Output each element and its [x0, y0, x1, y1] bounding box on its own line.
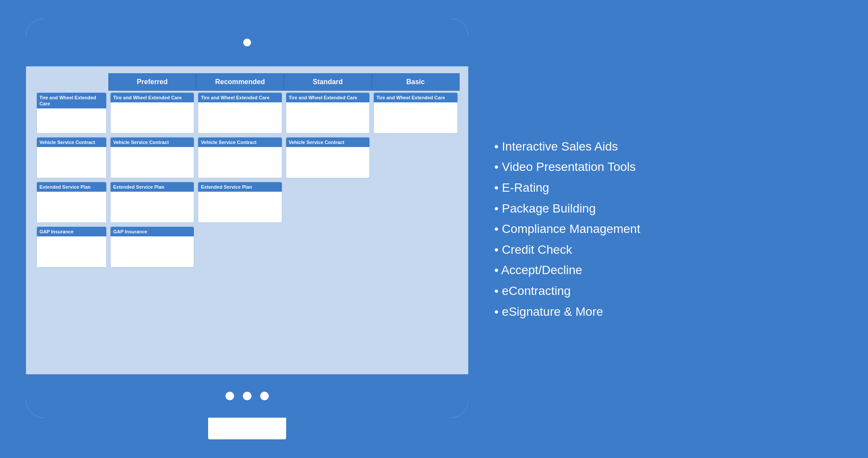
- empty-cell-3-3: [373, 226, 457, 268]
- cell-2-0: Extended Service Plan: [108, 180, 196, 225]
- row-label-text-1: Vehicle Service Contract: [37, 137, 106, 147]
- header-basic: Basic: [372, 74, 459, 91]
- empty-cell-3-2: [286, 226, 370, 268]
- feature-item-2: E-Rating: [494, 177, 842, 198]
- device-stand: [208, 418, 286, 439]
- row-label-3: GAP Insurance: [35, 225, 108, 269]
- header-preferred: Preferred: [108, 74, 196, 91]
- header-standard: Standard: [284, 74, 372, 91]
- row-label-0: Tire and Wheel Extended Care: [35, 91, 108, 136]
- device-top-bar: [26, 19, 468, 66]
- cell-3-2: [284, 225, 372, 269]
- feature-item-4: Compliance Management: [494, 219, 842, 239]
- packages-table: Preferred Recommended Standard Basic Tir…: [35, 73, 460, 269]
- cell-header-1-2: Vehicle Service Contract: [286, 137, 369, 147]
- cell-3-3: [372, 225, 459, 269]
- cell-header-3-0: GAP Insurance: [111, 227, 194, 236]
- device-wrapper: Preferred Recommended Standard Basic Tir…: [26, 19, 468, 439]
- cell-header-0-1: Tire and Wheel Extended Care: [198, 93, 281, 102]
- nav-dot-2: [243, 392, 251, 400]
- table-header-row: Preferred Recommended Standard Basic: [35, 74, 460, 91]
- device-bottom-bar: [26, 374, 468, 418]
- nav-dot-3: [260, 392, 269, 400]
- table-row: Tire and Wheel Extended CareTire and Whe…: [35, 91, 460, 136]
- device-content: Preferred Recommended Standard Basic Tir…: [26, 66, 468, 374]
- table-row: Extended Service PlanExtended Service Pl…: [35, 180, 460, 225]
- table-row: Vehicle Service ContractVehicle Service …: [35, 135, 460, 180]
- tablet-device: Preferred Recommended Standard Basic Tir…: [26, 19, 468, 418]
- empty-cell-3-1: [198, 226, 282, 268]
- header-recommended: Recommended: [196, 74, 284, 91]
- cell-header-0-3: Tire and Wheel Extended Care: [374, 93, 457, 102]
- cell-0-1: Tire and Wheel Extended Care: [196, 91, 284, 136]
- feature-item-7: eContracting: [494, 281, 842, 301]
- cell-1-0: Vehicle Service Contract: [108, 135, 196, 180]
- cell-0-3: Tire and Wheel Extended Care: [372, 91, 459, 136]
- feature-item-5: Credit Check: [494, 239, 842, 260]
- features-list: Interactive Sales AidsVideo Presentation…: [494, 136, 842, 322]
- row-label-text-2: Extended Service Plan: [37, 182, 106, 192]
- feature-item-6: Accept/Decline: [494, 260, 842, 281]
- cell-2-1: Extended Service Plan: [196, 180, 284, 225]
- cell-3-0: GAP Insurance: [108, 225, 196, 269]
- feature-item-1: Video Presentation Tools: [494, 157, 842, 177]
- cell-header-1-0: Vehicle Service Contract: [111, 137, 194, 147]
- cell-3-1: [196, 225, 284, 269]
- cell-2-3: [372, 180, 459, 225]
- cell-header-0-2: Tire and Wheel Extended Care: [286, 93, 369, 102]
- cell-0-0: Tire and Wheel Extended Care: [108, 91, 196, 136]
- feature-item-3: Package Building: [494, 198, 842, 219]
- row-label-text-0: Tire and Wheel Extended Care: [37, 93, 106, 109]
- empty-cell-2-2: [286, 182, 370, 223]
- camera-dot: [243, 39, 251, 46]
- cell-header-2-0: Extended Service Plan: [111, 182, 194, 192]
- row-label-text-3: GAP Insurance: [37, 227, 106, 236]
- features-ul: Interactive Sales AidsVideo Presentation…: [494, 136, 842, 322]
- cell-1-3: [372, 135, 459, 180]
- cell-header-2-1: Extended Service Plan: [198, 182, 281, 192]
- empty-cell-1-3: [373, 137, 457, 178]
- row-label-2: Extended Service Plan: [35, 180, 108, 225]
- empty-cell-2-3: [373, 182, 457, 223]
- table-body: Tire and Wheel Extended CareTire and Whe…: [35, 91, 460, 270]
- header-empty: [35, 74, 108, 91]
- cell-header-1-1: Vehicle Service Contract: [198, 137, 281, 147]
- cell-1-1: Vehicle Service Contract: [196, 135, 284, 180]
- nav-dot-1: [225, 392, 234, 400]
- cell-1-2: Vehicle Service Contract: [284, 135, 372, 180]
- table-row: GAP InsuranceGAP Insurance: [35, 225, 460, 269]
- main-container: Preferred Recommended Standard Basic Tir…: [0, 0, 868, 458]
- cell-2-2: [284, 180, 372, 225]
- cell-0-2: Tire and Wheel Extended Care: [284, 91, 372, 136]
- cell-header-0-0: Tire and Wheel Extended Care: [111, 93, 194, 102]
- feature-item-0: Interactive Sales Aids: [494, 136, 842, 157]
- row-label-1: Vehicle Service Contract: [35, 135, 108, 180]
- feature-item-8: eSignature & More: [494, 301, 842, 322]
